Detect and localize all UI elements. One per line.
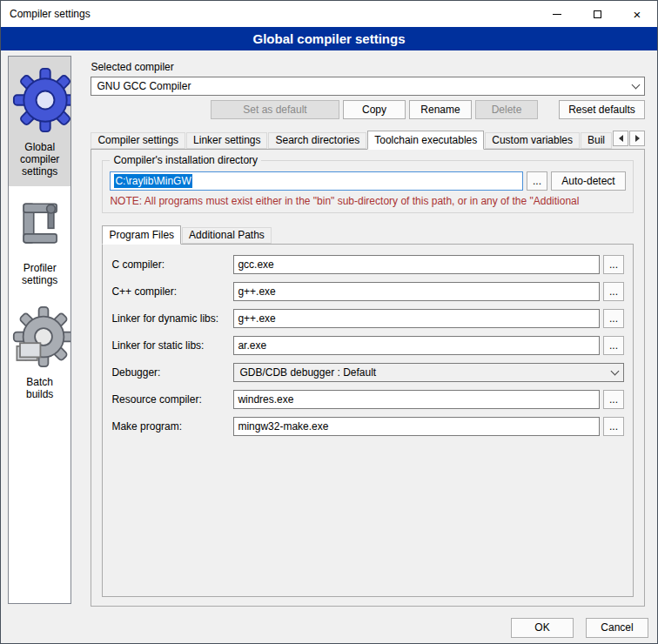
c-compiler-input[interactable] [233,255,600,274]
debugger-label: Debugger: [111,366,233,379]
linker-dynamic-input[interactable] [233,309,600,328]
gray-gear-icon [12,305,71,368]
program-files-tabs: Program Files Additional Paths [102,225,634,244]
form-row-c-compiler: C compiler: ... [111,255,624,274]
form-row-cpp-compiler: C++ compiler: ... [111,282,624,301]
program-files-pane: C compiler: ... C++ compiler: ... [102,244,634,597]
selected-compiler-value: GNU GCC Compiler [97,80,191,92]
ok-button[interactable]: OK [511,618,574,638]
selected-compiler-dropdown[interactable]: GNU GCC Compiler [91,77,645,96]
make-program-input[interactable] [233,417,600,436]
reset-defaults-button[interactable]: Reset defaults [559,100,645,119]
browse-button[interactable]: ... [603,390,624,409]
resource-compiler-label: Resource compiler: [111,393,233,406]
tab-compiler-settings[interactable]: Compiler settings [91,132,185,149]
cpp-compiler-label: C++ compiler: [111,285,233,298]
browse-button[interactable]: ... [603,255,624,274]
tab-toolchain-executables[interactable]: Toolchain executables [367,131,484,150]
installation-directory-label: Compiler's installation directory [110,154,261,166]
linker-static-label: Linker for static libs: [111,339,233,352]
page-title: Global compiler settings [1,27,657,50]
form-row-make-program: Make program: ... [111,417,624,436]
install-dir-value: C:\raylib\MinGW [114,174,191,188]
sidebar-item-label: Global compiler settings [12,141,67,178]
make-program-label: Make program: [111,420,233,433]
close-button[interactable]: × [617,1,657,27]
debugger-dropdown[interactable]: GDB/CDB debugger : Default [233,363,624,382]
sidebar-item-label: Profiler settings [12,262,67,286]
form-row-resource-compiler: Resource compiler: ... [111,390,624,409]
tab-scroll-right-button[interactable] [629,131,645,146]
resource-compiler-input[interactable] [233,390,600,409]
toolchain-executables-pane: Compiler's installation directory C:\ray… [91,149,645,607]
tab-search-directories[interactable]: Search directories [268,132,366,149]
clamp-icon [12,197,70,254]
cpp-compiler-input[interactable] [233,282,600,301]
maximize-icon [594,10,601,18]
rename-button[interactable]: Rename [409,100,472,119]
blue-gear-icon [12,67,71,133]
browse-button[interactable]: ... [603,309,624,328]
chevron-down-icon [606,364,623,381]
debugger-value: GDB/CDB debugger : Default [239,366,376,379]
form-row-linker-dynamic: Linker for dynamic libs: ... [111,309,624,328]
subtab-program-files[interactable]: Program Files [102,225,181,245]
linker-static-input[interactable] [233,336,600,355]
cancel-button[interactable]: Cancel [586,618,648,638]
tab-scroll-left-button[interactable] [613,131,628,146]
tab-build-truncated[interactable]: Buil [581,132,612,149]
c-compiler-label: C compiler: [111,258,233,271]
install-dir-input[interactable]: C:\raylib\MinGW [110,171,523,191]
arrow-right-icon [635,135,640,142]
set-as-default-button[interactable]: Set as default [211,100,339,119]
sidebar-item-profiler-settings[interactable]: Profiler settings [9,186,70,295]
tab-custom-variables[interactable]: Custom variables [485,132,580,149]
autodetect-button[interactable]: Auto-detect [551,171,626,191]
close-icon: × [634,8,641,21]
arrow-left-icon [619,135,623,142]
copy-button[interactable]: Copy [343,100,406,119]
compiler-tabs: Compiler settings Linker settings Search… [91,130,645,149]
maximize-button[interactable] [577,1,617,27]
chevron-down-icon [627,77,644,95]
compiler-settings-window: Compiler settings × Global compiler sett… [0,0,658,644]
form-row-linker-static: Linker for static libs: ... [111,336,624,355]
browse-button[interactable]: ... [603,282,624,301]
sidebar-item-label: Batch builds [12,376,67,400]
tab-linker-settings[interactable]: Linker settings [186,132,267,149]
browse-button[interactable]: ... [603,417,624,436]
form-row-debugger: Debugger: GDB/CDB debugger : Default [111,363,624,382]
sidebar-item-global-compiler-settings[interactable]: Global compiler settings [9,57,70,186]
linker-dynamic-label: Linker for dynamic libs: [111,312,233,325]
titlebar: Compiler settings × [1,1,657,27]
installation-directory-groupbox: Compiler's installation directory C:\ray… [102,160,634,213]
delete-button[interactable]: Delete [475,100,538,119]
minimize-icon [553,14,561,15]
browse-install-dir-button[interactable]: ... [527,171,547,191]
sidebar-item-batch-builds[interactable]: Batch builds [9,295,70,409]
minimize-button[interactable] [537,1,577,27]
subtab-additional-paths[interactable]: Additional Paths [182,227,272,244]
window-title: Compiler settings [1,8,91,20]
settings-sidebar: Global compiler settings Profiler settin… [8,56,71,604]
note-text: NOTE: All programs must exist either in … [110,195,626,207]
selected-compiler-label: Selected compiler [91,61,645,73]
browse-button[interactable]: ... [603,336,624,355]
dialog-footer: OK Cancel [1,612,657,643]
